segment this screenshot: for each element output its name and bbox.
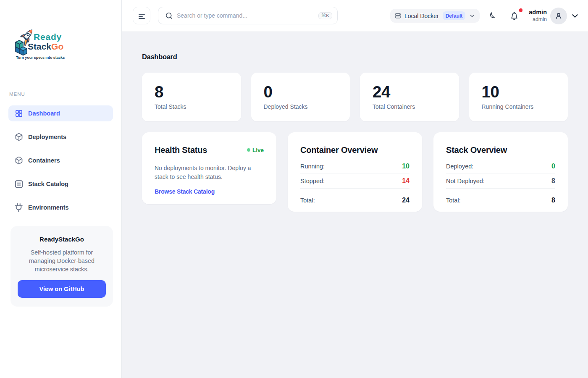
svg-text:Turn your specs into stacks: Turn your specs into stacks — [16, 55, 65, 60]
svg-text:StackGo: StackGo — [28, 42, 63, 51]
svg-text:Ready: Ready — [34, 32, 62, 42]
